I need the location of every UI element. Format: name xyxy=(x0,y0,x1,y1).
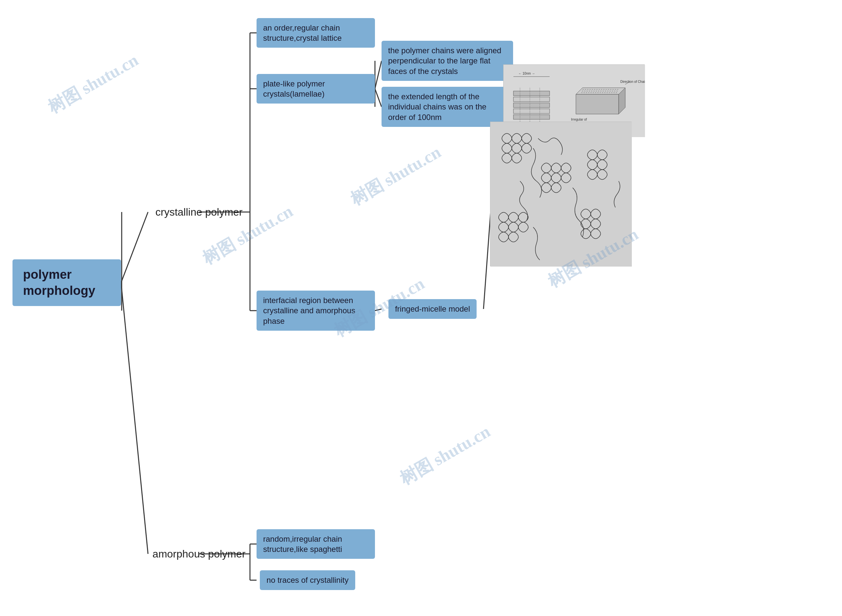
plate-label: plate-like polymer crystals(lamellae) xyxy=(257,74,375,104)
interfacial-label: interfacial region between crystalline a… xyxy=(257,290,375,331)
interfacial-node: interfacial region between crystalline a… xyxy=(257,296,375,326)
svg-rect-24 xyxy=(513,115,550,119)
watermark-3: 树图 shutu.cn xyxy=(346,141,445,211)
svg-rect-23 xyxy=(513,109,550,113)
random-label: random,irregular chain structure,like sp… xyxy=(257,529,375,559)
svg-rect-22 xyxy=(513,103,550,107)
amorphous-node: amorphous polymer xyxy=(148,539,250,569)
svg-text:Irregular of: Irregular of xyxy=(571,118,587,121)
crystalline-node: crystalline polymer xyxy=(148,197,250,227)
svg-line-1 xyxy=(121,283,148,554)
ordered-label: an order,regular chain structure,crystal… xyxy=(257,18,375,48)
ordered-node: an order,regular chain structure,crystal… xyxy=(257,18,375,48)
svg-line-10 xyxy=(375,89,382,107)
svg-text:Direction of Chain Axis: Direction of Chain Axis xyxy=(620,80,645,84)
plate-node: plate-like polymer crystals(lamellae) xyxy=(257,74,375,104)
mind-map-container: polymer morphology crystalline polymer a… xyxy=(0,0,842,616)
svg-line-13 xyxy=(375,309,382,311)
extended-label: the extended length of the individual ch… xyxy=(382,87,513,127)
root-label: polymer morphology xyxy=(13,260,121,307)
amorphous-label: amorphous polymer xyxy=(153,548,246,560)
svg-line-0 xyxy=(121,212,148,283)
crystalline-label: crystalline polymer xyxy=(156,206,243,218)
notraces-label: no traces of crystallinity xyxy=(260,570,355,590)
svg-text:← 10nm →: ← 10nm → xyxy=(518,72,535,75)
root-node: polymer morphology xyxy=(13,266,121,299)
fringed-label: fringed-micelle model xyxy=(388,299,476,318)
svg-rect-46 xyxy=(491,122,632,267)
svg-marker-34 xyxy=(576,94,619,114)
extended-node: the extended length of the individual ch… xyxy=(382,92,513,122)
fringed-diagram xyxy=(490,122,632,266)
random-node: random,irregular chain structure,like sp… xyxy=(257,529,375,559)
watermark-5: 树图 shutu.cn xyxy=(396,420,494,490)
svg-line-9 xyxy=(375,61,382,89)
svg-rect-20 xyxy=(513,91,550,96)
notraces-node: no traces of crystallinity xyxy=(257,569,359,592)
aligned-label: the polymer chains were aligned perpendi… xyxy=(382,41,513,81)
aligned-node: the polymer chains were aligned perpendi… xyxy=(382,41,513,81)
watermark-1: 树图 shutu.cn xyxy=(44,48,143,119)
svg-rect-21 xyxy=(513,97,550,101)
fringed-node: fringed-micelle model xyxy=(382,298,483,320)
